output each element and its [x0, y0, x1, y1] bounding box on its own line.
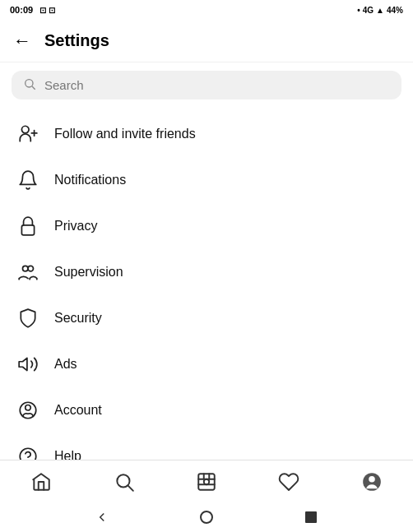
svg-rect-5 [21, 225, 34, 235]
status-time: 00:09 ⊡ ⊡ [10, 5, 55, 15]
svg-point-10 [26, 405, 31, 411]
megaphone-icon [16, 353, 39, 376]
account-label: Account [54, 403, 102, 418]
svg-point-0 [26, 80, 33, 87]
recents-system-button[interactable] [303, 509, 319, 525]
svg-point-7 [28, 266, 34, 271]
status-icons: • 4G ▲ 44% [357, 6, 403, 15]
follow-icon [16, 123, 39, 146]
settings-item-help[interactable]: Help [0, 433, 413, 460]
help-label: Help [54, 449, 81, 460]
search-icon [23, 77, 36, 93]
account-icon [16, 399, 39, 422]
home-system-button[interactable] [198, 509, 215, 525]
ads-label: Ads [54, 357, 77, 372]
back-system-button[interactable] [94, 509, 110, 525]
settings-item-follow[interactable]: Follow and invite friends [0, 111, 413, 157]
page-title: Settings [44, 31, 109, 50]
bottom-nav [0, 460, 413, 502]
privacy-label: Privacy [54, 219, 97, 234]
search-bar[interactable] [12, 71, 401, 99]
system-nav [0, 502, 413, 532]
security-label: Security [54, 311, 102, 326]
supervision-icon [16, 261, 39, 284]
svg-point-26 [369, 475, 375, 482]
nav-reels[interactable] [192, 467, 221, 497]
settings-item-notifications[interactable]: Notifications [0, 157, 413, 203]
status-bar: 00:09 ⊡ ⊡ • 4G ▲ 44% [0, 0, 413, 20]
notifications-label: Notifications [54, 173, 126, 187]
settings-item-supervision[interactable]: Supervision [0, 249, 413, 295]
nav-search[interactable] [109, 467, 139, 497]
supervision-label: Supervision [54, 265, 123, 280]
settings-item-ads[interactable]: Ads [0, 341, 413, 387]
nav-home[interactable] [26, 467, 56, 497]
svg-point-2 [21, 126, 29, 133]
bell-icon [16, 169, 39, 192]
svg-rect-19 [198, 474, 215, 490]
header: ← Settings [0, 20, 413, 62]
lock-icon [16, 215, 39, 238]
settings-list: Follow and invite friends Notifications … [0, 108, 413, 460]
nav-profile[interactable] [357, 467, 387, 497]
svg-line-1 [32, 86, 35, 90]
svg-line-18 [128, 485, 132, 490]
settings-item-privacy[interactable]: Privacy [0, 203, 413, 249]
follow-label: Follow and invite friends [54, 127, 196, 141]
nav-likes[interactable] [274, 467, 304, 497]
svg-point-6 [23, 266, 29, 271]
shield-icon [16, 307, 39, 330]
settings-item-account[interactable]: Account [0, 387, 413, 433]
back-button[interactable]: ← [13, 30, 31, 52]
svg-marker-8 [19, 358, 27, 370]
help-icon [16, 445, 39, 460]
settings-item-security[interactable]: Security [0, 295, 413, 341]
search-input[interactable] [44, 78, 390, 92]
